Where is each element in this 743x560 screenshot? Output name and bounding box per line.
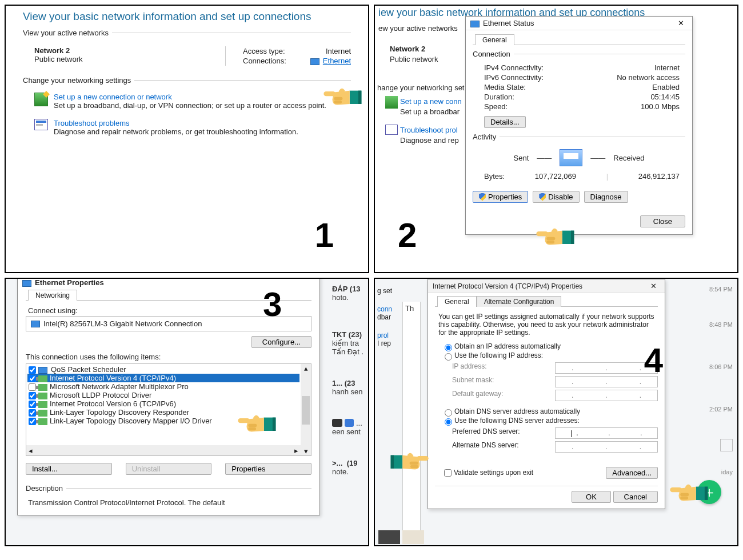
checkbox[interactable] [29, 401, 36, 408]
setup-connection-icon [34, 93, 48, 106]
cancel-button[interactable]: Cancel [613, 491, 658, 503]
ok-button[interactable]: OK [572, 491, 611, 503]
bg-text: een sent [332, 427, 363, 436]
close-icon[interactable]: ✕ [647, 282, 660, 290]
bg-text: (19 [347, 459, 358, 467]
bg-setup2: Set up a broadbar [400, 107, 460, 116]
bg-text: 1... (23 [332, 379, 355, 387]
bg-net-name: Network 2 [390, 45, 425, 53]
checkbox[interactable] [29, 383, 36, 391]
bg-timestamp: iday [701, 469, 733, 475]
list-item[interactable]: QoS Packet Scheduler [27, 365, 299, 374]
troubleshoot-desc: Diagnose and repair network problems, or… [54, 127, 298, 136]
list-item[interactable]: Internet Protocol Version 6 (TCP/IPv6) [27, 399, 299, 408]
ip-field[interactable]: ... [555, 362, 658, 374]
network-type: Public network [34, 55, 225, 63]
scroll-up-icon[interactable]: ▴ [304, 364, 308, 373]
close-icon[interactable]: ✕ [674, 19, 688, 27]
page-title: View your basic network information and … [23, 10, 368, 23]
intro-text: You can get IP settings assigned automat… [435, 307, 658, 342]
scroll-down-icon[interactable]: ▾ [304, 447, 308, 455]
step-number-1: 1 [315, 215, 334, 255]
ip-label: IP address: [452, 362, 486, 374]
bg-box [720, 439, 733, 451]
list-item[interactable]: Link-Layer Topology Discovery Mapper I/O… [27, 417, 299, 425]
pref-dns-field[interactable]: | ... [555, 427, 658, 439]
step-number-2: 2 [398, 215, 417, 255]
checkbox[interactable] [29, 409, 36, 417]
scroll-right-icon[interactable]: ▸ [292, 446, 301, 455]
radio-use-dns[interactable] [445, 418, 452, 426]
tab-general[interactable]: General [437, 296, 477, 307]
fieldset-change-settings: Change your networking settings Set up a… [23, 76, 351, 137]
fieldset-connection: Connection IPv4 Connectivity:Internet IP… [473, 50, 685, 128]
checkbox[interactable] [29, 375, 36, 382]
scroll-thumb[interactable] [302, 396, 310, 425]
properties-button[interactable]: Properties [473, 191, 528, 203]
list-item[interactable]: Link-Layer Topology Discovery Responder [27, 408, 299, 417]
bg-text: TKT (23) [332, 330, 362, 339]
tab-networking[interactable]: Networking [28, 290, 77, 301]
uninstall-button: Uninstall [126, 463, 212, 475]
bg-text: prol [377, 331, 392, 339]
details-button[interactable]: Details... [484, 116, 526, 128]
scrollbar[interactable]: ▴ ▾ [301, 364, 311, 455]
list-item-selected[interactable]: Internet Protocol Version 4 (TCP/IPv4) [27, 374, 299, 382]
install-button[interactable]: Install... [26, 463, 112, 475]
list-item[interactable]: Microsoft Network Adapter Multiplexor Pr… [27, 382, 299, 391]
alt-dns-field[interactable]: ... [555, 441, 658, 453]
close-button[interactable]: Close [640, 215, 685, 227]
dialog-title: Internet Protocol Version 4 (TCP/IPv4) P… [433, 282, 582, 290]
bg-net-type: Public network [390, 55, 438, 63]
mask-field[interactable]: ... [555, 376, 658, 387]
troubleshoot-link[interactable]: Troubleshoot problems [54, 119, 298, 127]
radio-auto-ip[interactable] [445, 344, 452, 351]
bg-thumb [378, 530, 400, 544]
ethernet-link[interactable]: Ethernet [323, 57, 351, 65]
mask-label: Subnet mask: [452, 376, 494, 387]
tab-general[interactable]: General [475, 34, 514, 45]
bg-trouble-icon [385, 125, 398, 135]
bg-text: I rep [377, 339, 392, 347]
legend-description: Description [26, 484, 66, 493]
bg-trouble: Troubleshoot prol [400, 126, 458, 134]
configure-button[interactable]: Configure... [251, 336, 311, 348]
gateway-field[interactable]: ... [555, 390, 658, 401]
bg-text: Tấn Đạt . [332, 347, 363, 356]
bg-timestamp: 8:54 PM [701, 286, 733, 293]
adapter-icon [31, 321, 40, 327]
checkbox[interactable] [29, 392, 36, 399]
checkbox[interactable] [29, 366, 36, 374]
fab-add-button[interactable]: ＋ [697, 480, 721, 504]
disable-button[interactable]: Disable [533, 191, 579, 203]
scroll-left-icon[interactable]: ◂ [26, 446, 35, 455]
radio-auto-dns[interactable] [445, 409, 452, 417]
bg-text: hanh sen [332, 387, 363, 396]
bg-text: dbar [377, 313, 392, 321]
list-item[interactable]: Microsoft LLDP Protocol Driver [27, 391, 299, 399]
tab-alternate[interactable]: Alternate Configuration [477, 296, 562, 307]
legend-active: View your active networks [23, 29, 112, 37]
bg-text: hoto. [332, 293, 363, 302]
checkbox[interactable] [29, 418, 36, 425]
radio-use-ip[interactable] [445, 353, 452, 361]
step-number-4: 4 [644, 341, 663, 380]
fieldset-active-networks: View your active networks Network 2 Publ… [23, 29, 351, 71]
fieldset-activity: Activity Sent —— —— Received Bytes: 107,… [473, 133, 685, 183]
bg-timestamp: 8:06 PM [701, 363, 733, 370]
setup-connection-link[interactable]: Set up a new connection or network [54, 93, 326, 101]
ethernet-icon [310, 58, 319, 65]
bytes-sent: 107,722,069 [535, 172, 576, 181]
hscrollbar[interactable]: ◂ ▸ [26, 445, 301, 455]
speed-value: 100.0 Mbps [641, 102, 680, 111]
diagnose-button[interactable]: Diagnose [584, 191, 628, 203]
advanced-button[interactable]: Advanced... [606, 467, 658, 479]
legend-activity: Activity [473, 133, 500, 141]
properties-button[interactable]: Properties [225, 463, 311, 475]
shield-icon [539, 193, 546, 201]
bg-timestamp: 2:02 PM [701, 406, 733, 413]
dialog-icon [22, 280, 31, 287]
items-label: This connection uses the following items… [26, 353, 311, 361]
validate-checkbox[interactable] [444, 469, 452, 477]
gateway-label: Default gateway: [452, 390, 503, 401]
